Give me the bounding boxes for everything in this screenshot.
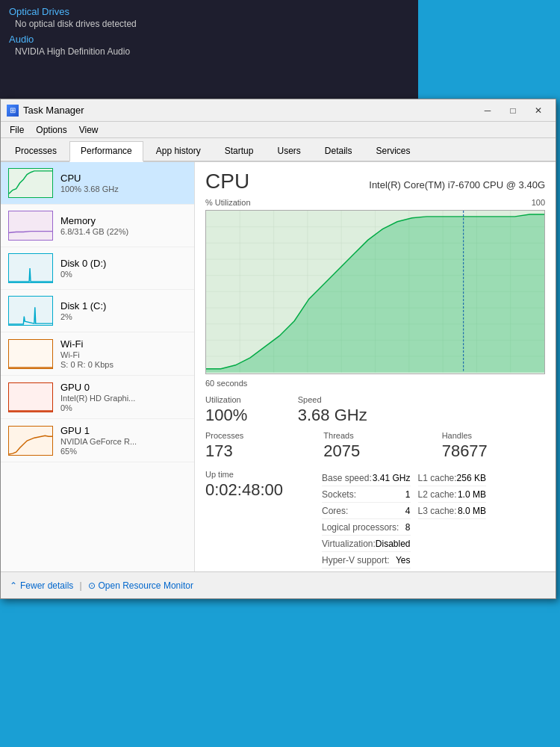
sockets-row: Sockets: 1 (322, 489, 411, 503)
right-info-left: Base speed: 3.41 GHz Sockets: 1 Cores: 4 (322, 473, 411, 571)
svg-rect-1 (9, 211, 52, 240)
processes-label: Processes (205, 431, 308, 440)
utilization-stat-value: 100% (205, 406, 283, 425)
menu-view[interactable]: View (73, 123, 105, 137)
graph-time-label: 60 seconds (205, 379, 545, 388)
utilization-right-label: 100 (532, 198, 545, 207)
monitor-icon: ⊙ (88, 580, 96, 591)
disk0-name: Disk 0 (D:) (60, 258, 187, 269)
utilization-label: % Utilization (205, 198, 251, 207)
tab-apphistory[interactable]: App history (145, 141, 212, 161)
tab-startup[interactable]: Startup (214, 141, 265, 161)
svg-rect-0 (9, 169, 52, 197)
disk1-info: Disk 1 (C:) 2% (60, 300, 187, 321)
sidebar-item-wifi[interactable]: Wi-Fi Wi-Fi S: 0 R: 0 Kbps (1, 332, 194, 376)
menu-file[interactable]: File (4, 123, 30, 137)
svg-rect-4 (9, 340, 52, 368)
sidebar-item-cpu[interactable]: CPU 100% 3.68 GHz (1, 162, 194, 205)
cpu-header: CPU Intel(R) Core(TM) i7-6700 CPU @ 3.40… (205, 170, 545, 193)
speed-stat-value: 3.68 GHz (298, 406, 376, 425)
threads-group: Threads 2075 (323, 431, 426, 461)
speed-stat-label: Speed (298, 395, 376, 404)
cores-key: Cores: (322, 506, 348, 516)
utilization-group: Utilization 100% (205, 395, 283, 425)
processes-group: Processes 173 (205, 431, 308, 461)
sidebar: CPU 100% 3.68 GHz Memory 6.8/31.4 GB (22… (1, 162, 195, 579)
speed-group: Speed 3.68 GHz (298, 395, 376, 425)
stats-row-2: Processes 173 Threads 2075 Handles 78677 (205, 431, 545, 461)
l2-row: L2 cache: 1.0 MB (418, 489, 486, 503)
task-manager-window: ⊞ Task Manager ─ □ ✕ File Options View P… (0, 99, 556, 599)
fewer-details-label: Fewer details (20, 580, 73, 591)
cores-row: Cores: 4 (322, 506, 411, 519)
gpu1-stat2: NVIDIA GeForce R... (60, 437, 187, 446)
wifi-name: Wi-Fi (60, 338, 187, 350)
sidebar-item-memory[interactable]: Memory 6.8/31.4 GB (22%) (1, 205, 194, 247)
right-info-placeholder (391, 395, 546, 425)
l3-row: L3 cache: 8.0 MB (418, 506, 486, 519)
gpu0-info: GPU 0 Intel(R) HD Graphi... 0% (60, 382, 187, 412)
sidebar-item-disk1[interactable]: Disk 1 (C:) 2% (1, 290, 194, 332)
l2-key: L2 cache: (418, 489, 457, 500)
audio-detail: NVIDIA High Definition Audio (15, 46, 409, 57)
cpu-model: Intel(R) Core(TM) i7-6700 CPU @ 3.40G (369, 179, 545, 190)
disk1-name: Disk 1 (C:) (60, 300, 187, 311)
maximize-button[interactable]: □ (502, 103, 524, 118)
menu-bar: File Options View (1, 122, 556, 138)
svg-rect-6 (9, 427, 52, 455)
cpu-info: CPU 100% 3.68 GHz (60, 173, 187, 193)
logical-val: 8 (405, 522, 411, 533)
handles-label: Handles (442, 431, 545, 440)
right-info-panel: Base speed: 3.41 GHz Sockets: 1 Cores: 4 (322, 473, 486, 571)
cpu-mini-graph (8, 168, 53, 198)
audio-title: Audio (9, 34, 409, 45)
tab-users[interactable]: Users (266, 141, 311, 161)
memory-info: Memory 6.8/31.4 GB (22%) (60, 215, 187, 236)
sidebar-item-gpu1[interactable]: GPU 1 NVIDIA GeForce R... 65% (1, 419, 194, 462)
optical-detail: No optical disk drives detected (15, 19, 409, 29)
virtualization-key: Virtualization: (322, 539, 376, 549)
base-speed-row: Base speed: 3.41 GHz (322, 473, 411, 486)
close-button[interactable]: ✕ (527, 103, 550, 118)
open-monitor-link[interactable]: ⊙ Open Resource Monitor (88, 580, 193, 591)
app-icon: ⊞ (7, 105, 19, 117)
sidebar-item-disk0[interactable]: Disk 0 (D:) 0% (1, 247, 194, 290)
disk0-info: Disk 0 (D:) 0% (60, 258, 187, 279)
background-panel: Optical Drives No optical disk drives de… (0, 0, 418, 101)
fewer-details-link[interactable]: ⌃ Fewer details (10, 580, 73, 591)
gpu0-stat2: Intel(R) HD Graphi... (60, 394, 187, 403)
minimize-button[interactable]: ─ (476, 103, 499, 118)
handles-value: 78677 (442, 441, 545, 461)
optical-title: Optical Drives (9, 6, 409, 17)
memory-stat: 6.8/31.4 GB (22%) (60, 227, 187, 236)
l3-key: L3 cache: (418, 506, 457, 516)
uptime-group: Up time 0:02:48:00 (205, 470, 310, 571)
sidebar-item-gpu0[interactable]: GPU 0 Intel(R) HD Graphi... 0% (1, 376, 194, 419)
cpu-name: CPU (60, 173, 187, 184)
threads-label: Threads (323, 431, 426, 440)
l2-val: 1.0 MB (458, 489, 486, 500)
tab-details[interactable]: Details (314, 141, 364, 161)
disk1-stat: 2% (60, 312, 187, 321)
gpu1-info: GPU 1 NVIDIA GeForce R... 65% (60, 425, 187, 456)
title-bar: ⊞ Task Manager ─ □ ✕ (1, 99, 556, 122)
svg-rect-3 (9, 297, 52, 325)
disk0-mini-graph (8, 253, 53, 283)
tab-processes[interactable]: Processes (4, 141, 68, 161)
gpu1-name: GPU 1 (60, 425, 187, 436)
window-controls: ─ □ ✕ (476, 103, 550, 118)
gpu0-mini-graph (8, 382, 53, 412)
tab-performance[interactable]: Performance (69, 141, 143, 162)
title-bar-left: ⊞ Task Manager (7, 105, 84, 117)
wifi-info: Wi-Fi Wi-Fi S: 0 R: 0 Kbps (60, 338, 187, 369)
memory-name: Memory (60, 215, 187, 226)
gpu0-stat3: 0% (60, 403, 187, 412)
menu-options[interactable]: Options (30, 123, 72, 137)
gpu0-name: GPU 0 (60, 382, 187, 393)
cpu-graph (205, 210, 545, 374)
cpu-title: CPU (205, 170, 249, 193)
base-speed-val: 3.41 GHz (373, 473, 411, 483)
tab-services[interactable]: Services (365, 141, 422, 161)
memory-mini-graph (8, 211, 53, 241)
wifi-stat2: Wi-Fi (60, 350, 187, 359)
